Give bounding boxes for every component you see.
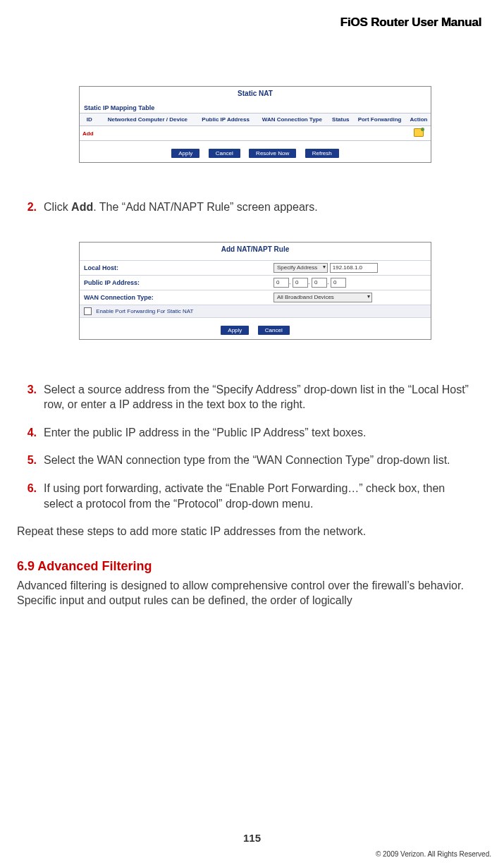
copyright: © 2009 Verizon. All Rights Reserved. — [376, 850, 491, 858]
step-6: 6. If using port forwarding, activate th… — [17, 481, 477, 511]
local-host-select[interactable]: Specify Address — [273, 263, 328, 273]
col-publicip: Public IP Address — [196, 114, 255, 126]
add-action-icon[interactable] — [414, 128, 424, 137]
col-id: ID — [80, 114, 99, 126]
step-body: If using port forwarding, activate the “… — [44, 481, 477, 511]
wan-type-select[interactable]: All Broadband Devices — [273, 293, 372, 302]
screenshot2-button-row: Apply Cancel — [80, 318, 431, 339]
public-ip-label: Public IP Address: — [80, 275, 269, 290]
step-num: 5. — [17, 453, 44, 468]
step2-bold: Add — [71, 201, 93, 213]
col-device: Networked Computer / Device — [99, 114, 197, 126]
section-heading: 6.9 Advanced Filtering — [17, 559, 483, 574]
screenshot-static-nat: Static NAT Static IP Mapping Table ID Ne… — [79, 86, 431, 163]
step-num: 2. — [17, 200, 44, 215]
screenshot1-button-row: Apply Cancel Resolve Now Refresh — [80, 141, 431, 162]
static-ip-table: ID Networked Computer / Device Public IP… — [80, 113, 431, 141]
wan-type-label: WAN Connection Type: — [80, 290, 269, 305]
col-action: Action — [407, 114, 431, 126]
step-3: 3. Select a source address from the “Spe… — [17, 382, 477, 412]
screenshot1-title: Static NAT — [80, 87, 431, 104]
add-link[interactable]: Add — [80, 126, 99, 141]
header-title: FiOS Router User Manual — [17, 16, 483, 30]
screenshot-add-nat-rule: Add NAT/NAPT Rule Local Host: Specify Ad… — [79, 242, 431, 340]
resolve-now-button[interactable]: Resolve Now — [249, 149, 296, 158]
table-row-add: Add — [80, 126, 431, 141]
apply-button[interactable]: Apply — [171, 149, 199, 158]
step-body: Select a source address from the “Specif… — [44, 382, 477, 412]
public-ip-3[interactable]: 0 — [312, 278, 327, 288]
local-host-label: Local Host: — [80, 260, 269, 275]
nat-rule-form: Local Host: Specify Address 192.168.1.0 … — [80, 260, 431, 318]
step-num: 6. — [17, 481, 44, 511]
col-status: Status — [329, 114, 352, 126]
enable-port-fwd-checkbox[interactable] — [84, 307, 92, 315]
screenshot1-subtitle: Static IP Mapping Table — [80, 104, 431, 113]
step-body: Select the WAN connection type from the … — [44, 453, 477, 468]
page: FiOS Router User Manual Static NAT Stati… — [0, 0, 504, 865]
cancel-button[interactable]: Cancel — [209, 149, 240, 158]
step-2: 2. Click Add. The “Add NAT/NAPT Rule” sc… — [17, 200, 477, 215]
refresh-button[interactable]: Refresh — [305, 149, 339, 158]
public-ip-4[interactable]: 0 — [331, 278, 346, 288]
public-ip-1[interactable]: 0 — [273, 278, 289, 288]
local-host-input[interactable]: 192.168.1.0 — [330, 263, 378, 273]
enable-port-fwd-label: Enable Port Forwarding For Static NAT — [96, 307, 193, 314]
col-wan: WAN Connection Type — [255, 114, 329, 126]
step-4: 4. Enter the public IP address in the “P… — [17, 425, 477, 441]
step2-post: . The “Add NAT/NAPT Rule” screen appears… — [93, 201, 317, 213]
step-body: Click Add. The “Add NAT/NAPT Rule” scree… — [44, 200, 477, 215]
col-portfwd: Port Forwarding — [352, 114, 407, 126]
page-number: 115 — [0, 832, 504, 844]
step-num: 4. — [17, 425, 44, 441]
cancel-button-2[interactable]: Cancel — [258, 326, 290, 335]
step-5: 5. Select the WAN connection type from t… — [17, 453, 477, 468]
public-ip-2[interactable]: 0 — [293, 278, 308, 288]
apply-button-2[interactable]: Apply — [221, 326, 249, 335]
after-steps-text: Repeat these steps to add more static IP… — [17, 524, 483, 539]
screenshot2-title: Add NAT/NAPT Rule — [80, 243, 431, 260]
step2-pre: Click — [44, 201, 71, 213]
section-body: Advanced filtering is designed to allow … — [17, 578, 483, 608]
step-body: Enter the public IP address in the “Publ… — [44, 425, 477, 441]
step-num: 3. — [17, 382, 44, 412]
